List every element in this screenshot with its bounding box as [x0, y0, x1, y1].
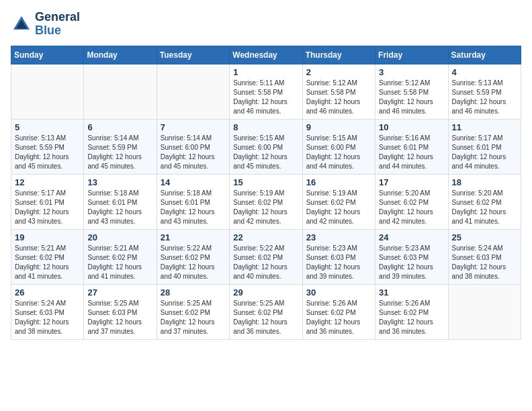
calendar-cell: 12Sunrise: 5:17 AM Sunset: 6:01 PM Dayli… [11, 174, 84, 229]
day-number: 21 [161, 232, 226, 242]
calendar-week-row: 1Sunrise: 5:11 AM Sunset: 5:58 PM Daylig… [11, 64, 521, 119]
day-number: 29 [233, 287, 298, 298]
day-info: Sunrise: 5:12 AM Sunset: 5:58 PM Dayligh… [379, 79, 444, 116]
day-info: Sunrise: 5:20 AM Sunset: 6:02 PM Dayligh… [379, 189, 444, 226]
day-number: 22 [233, 232, 298, 242]
day-number: 10 [379, 122, 444, 132]
day-info: Sunrise: 5:12 AM Sunset: 5:58 PM Dayligh… [306, 79, 371, 116]
calendar-header-row: SundayMondayTuesdayWednesdayThursdayFrid… [11, 46, 521, 64]
calendar-cell: 24Sunrise: 5:23 AM Sunset: 6:03 PM Dayli… [375, 229, 448, 284]
calendar-cell: 20Sunrise: 5:21 AM Sunset: 6:02 PM Dayli… [84, 229, 157, 284]
column-header-saturday: Saturday [448, 46, 521, 64]
day-number: 6 [87, 122, 152, 132]
day-number: 19 [15, 232, 80, 242]
calendar-cell: 3Sunrise: 5:12 AM Sunset: 5:58 PM Daylig… [375, 64, 448, 119]
calendar-cell: 10Sunrise: 5:16 AM Sunset: 6:01 PM Dayli… [375, 119, 448, 174]
calendar-cell: 18Sunrise: 5:20 AM Sunset: 6:02 PM Dayli… [448, 174, 521, 229]
day-info: Sunrise: 5:17 AM Sunset: 6:01 PM Dayligh… [15, 189, 80, 226]
calendar-cell: 23Sunrise: 5:23 AM Sunset: 6:03 PM Dayli… [302, 229, 375, 284]
logo-text: General Blue [35, 11, 80, 38]
calendar-cell: 31Sunrise: 5:26 AM Sunset: 6:02 PM Dayli… [375, 284, 448, 339]
column-header-thursday: Thursday [302, 46, 375, 64]
day-number: 7 [161, 122, 226, 132]
calendar-cell: 14Sunrise: 5:18 AM Sunset: 6:01 PM Dayli… [157, 174, 229, 229]
calendar-cell: 13Sunrise: 5:18 AM Sunset: 6:01 PM Dayli… [84, 174, 157, 229]
day-number: 12 [15, 177, 80, 187]
page-header: General Blue [11, 11, 521, 38]
day-number: 4 [452, 67, 517, 77]
calendar-cell: 28Sunrise: 5:25 AM Sunset: 6:02 PM Dayli… [157, 284, 229, 339]
calendar-cell: 17Sunrise: 5:20 AM Sunset: 6:02 PM Dayli… [375, 174, 448, 229]
day-number: 13 [87, 177, 152, 187]
day-info: Sunrise: 5:22 AM Sunset: 6:02 PM Dayligh… [233, 244, 298, 281]
logo-icon [11, 13, 32, 35]
calendar-week-row: 26Sunrise: 5:24 AM Sunset: 6:03 PM Dayli… [11, 284, 521, 339]
day-number: 25 [452, 232, 517, 242]
calendar-cell: 6Sunrise: 5:14 AM Sunset: 5:59 PM Daylig… [84, 119, 157, 174]
calendar-cell: 5Sunrise: 5:13 AM Sunset: 5:59 PM Daylig… [11, 119, 84, 174]
day-info: Sunrise: 5:21 AM Sunset: 6:02 PM Dayligh… [87, 244, 152, 281]
calendar-cell: 15Sunrise: 5:19 AM Sunset: 6:02 PM Dayli… [230, 174, 302, 229]
day-number: 23 [306, 232, 371, 242]
day-info: Sunrise: 5:15 AM Sunset: 6:00 PM Dayligh… [306, 134, 371, 171]
column-header-tuesday: Tuesday [157, 46, 229, 64]
day-number: 17 [379, 177, 444, 187]
calendar-cell: 19Sunrise: 5:21 AM Sunset: 6:02 PM Dayli… [11, 229, 84, 284]
day-number: 2 [306, 67, 371, 77]
day-number: 3 [379, 67, 444, 77]
day-number: 30 [306, 287, 371, 298]
day-number: 9 [306, 122, 371, 132]
logo: General Blue [11, 11, 80, 38]
column-header-monday: Monday [84, 46, 157, 64]
column-header-wednesday: Wednesday [230, 46, 302, 64]
day-number: 5 [15, 122, 80, 132]
day-info: Sunrise: 5:23 AM Sunset: 6:03 PM Dayligh… [379, 244, 444, 281]
day-number: 26 [15, 287, 80, 298]
calendar-cell: 8Sunrise: 5:15 AM Sunset: 6:00 PM Daylig… [230, 119, 302, 174]
day-number: 1 [233, 67, 298, 77]
calendar-cell: 25Sunrise: 5:24 AM Sunset: 6:03 PM Dayli… [448, 229, 521, 284]
day-info: Sunrise: 5:18 AM Sunset: 6:01 PM Dayligh… [161, 189, 226, 226]
day-info: Sunrise: 5:16 AM Sunset: 6:01 PM Dayligh… [379, 134, 444, 171]
day-info: Sunrise: 5:24 AM Sunset: 6:03 PM Dayligh… [15, 299, 80, 336]
day-info: Sunrise: 5:26 AM Sunset: 6:02 PM Dayligh… [306, 299, 371, 336]
day-info: Sunrise: 5:23 AM Sunset: 6:03 PM Dayligh… [306, 244, 371, 281]
calendar-week-row: 5Sunrise: 5:13 AM Sunset: 5:59 PM Daylig… [11, 119, 521, 174]
day-info: Sunrise: 5:25 AM Sunset: 6:02 PM Dayligh… [233, 299, 298, 336]
day-info: Sunrise: 5:11 AM Sunset: 5:58 PM Dayligh… [233, 79, 298, 116]
day-number: 16 [306, 177, 371, 187]
day-info: Sunrise: 5:21 AM Sunset: 6:02 PM Dayligh… [15, 244, 80, 281]
calendar-cell: 27Sunrise: 5:25 AM Sunset: 6:03 PM Dayli… [84, 284, 157, 339]
calendar-cell: 11Sunrise: 5:17 AM Sunset: 6:01 PM Dayli… [448, 119, 521, 174]
day-info: Sunrise: 5:14 AM Sunset: 5:59 PM Dayligh… [87, 134, 152, 171]
column-header-sunday: Sunday [11, 46, 84, 64]
calendar-week-row: 19Sunrise: 5:21 AM Sunset: 6:02 PM Dayli… [11, 229, 521, 284]
day-info: Sunrise: 5:26 AM Sunset: 6:02 PM Dayligh… [379, 299, 444, 336]
day-info: Sunrise: 5:25 AM Sunset: 6:03 PM Dayligh… [87, 299, 152, 336]
day-info: Sunrise: 5:19 AM Sunset: 6:02 PM Dayligh… [306, 189, 371, 226]
calendar-cell [11, 64, 84, 119]
calendar-cell: 21Sunrise: 5:22 AM Sunset: 6:02 PM Dayli… [157, 229, 229, 284]
day-number: 8 [233, 122, 298, 132]
calendar-cell: 22Sunrise: 5:22 AM Sunset: 6:02 PM Dayli… [230, 229, 302, 284]
calendar-cell [448, 284, 521, 339]
day-info: Sunrise: 5:13 AM Sunset: 5:59 PM Dayligh… [15, 134, 80, 171]
day-info: Sunrise: 5:14 AM Sunset: 6:00 PM Dayligh… [161, 134, 226, 171]
day-info: Sunrise: 5:24 AM Sunset: 6:03 PM Dayligh… [452, 244, 517, 281]
day-number: 15 [233, 177, 298, 187]
calendar-cell: 2Sunrise: 5:12 AM Sunset: 5:58 PM Daylig… [302, 64, 375, 119]
day-info: Sunrise: 5:13 AM Sunset: 5:59 PM Dayligh… [452, 79, 517, 116]
day-info: Sunrise: 5:15 AM Sunset: 6:00 PM Dayligh… [233, 134, 298, 171]
day-number: 27 [87, 287, 152, 298]
day-info: Sunrise: 5:19 AM Sunset: 6:02 PM Dayligh… [233, 189, 298, 226]
day-info: Sunrise: 5:17 AM Sunset: 6:01 PM Dayligh… [452, 134, 517, 171]
calendar-table: SundayMondayTuesdayWednesdayThursdayFrid… [11, 46, 521, 340]
day-info: Sunrise: 5:22 AM Sunset: 6:02 PM Dayligh… [161, 244, 226, 281]
column-header-friday: Friday [375, 46, 448, 64]
day-number: 14 [161, 177, 226, 187]
day-number: 31 [379, 287, 444, 298]
day-number: 11 [452, 122, 517, 132]
day-info: Sunrise: 5:20 AM Sunset: 6:02 PM Dayligh… [452, 189, 517, 226]
day-info: Sunrise: 5:25 AM Sunset: 6:02 PM Dayligh… [161, 299, 226, 336]
calendar-cell: 30Sunrise: 5:26 AM Sunset: 6:02 PM Dayli… [302, 284, 375, 339]
